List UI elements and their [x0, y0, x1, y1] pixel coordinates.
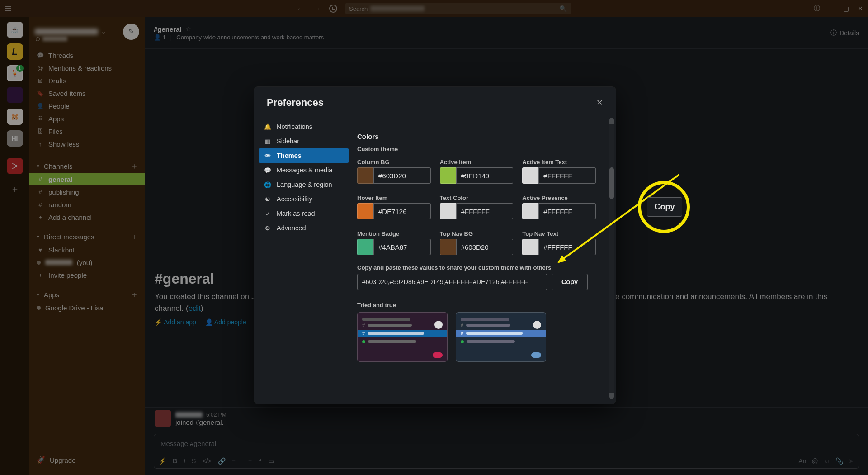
- section-apps[interactable]: ▼ Apps ＋: [29, 288, 145, 301]
- channel-title[interactable]: #general: [154, 25, 182, 33]
- sidebar-header[interactable]: ⌄ ✎: [29, 17, 145, 46]
- workspace-1[interactable]: ☕: [7, 22, 23, 38]
- prefs-nav-themes[interactable]: 👁Themes: [259, 148, 349, 163]
- prefs-nav-advanced[interactable]: ⚙Advanced: [259, 221, 349, 235]
- prefs-nav-markread[interactable]: ✓Mark as read: [259, 206, 349, 221]
- nav-mentions[interactable]: @Mentions & reactions: [29, 62, 145, 74]
- color-hex-input[interactable]: #FFFFFF: [538, 167, 596, 184]
- prefs-nav-messages[interactable]: 💬Messages & media: [259, 163, 349, 177]
- search-input[interactable]: Search 🔍: [345, 3, 571, 14]
- workspace-2[interactable]: L: [7, 43, 23, 60]
- theme-string-input[interactable]: #603D20,#592D86,#9ED149,#FFFFFF,#DE7126,…: [357, 274, 547, 290]
- color-swatch[interactable]: [357, 239, 373, 255]
- details-button[interactable]: ⓘDetails: [830, 29, 859, 37]
- composer-input[interactable]: Message #general: [154, 434, 859, 453]
- back-icon[interactable]: ←: [297, 5, 305, 13]
- member-count[interactable]: 👤 1: [154, 34, 166, 41]
- nav-files[interactable]: 🗄Files: [29, 125, 145, 138]
- add-app-link[interactable]: ⚡ Add an app: [155, 318, 196, 326]
- prefs-nav-accessibility[interactable]: ☯Accessibility: [259, 192, 349, 206]
- section-channels[interactable]: ▼ Channels ＋: [29, 159, 145, 173]
- color-swatch[interactable]: [357, 167, 373, 184]
- link-icon[interactable]: 🔗: [218, 457, 226, 465]
- color-swatch[interactable]: [440, 239, 456, 255]
- prefs-nav-notifications[interactable]: 🔔Notifications: [259, 119, 349, 134]
- color-swatch[interactable]: [357, 203, 373, 219]
- window-minimize[interactable]: —: [828, 5, 835, 12]
- color-hex-input[interactable]: #4ABA87: [373, 239, 431, 255]
- color-hex-input[interactable]: #9ED149: [456, 167, 514, 184]
- add-people-link[interactable]: 👤 Add people: [205, 318, 246, 326]
- color-hex-input[interactable]: #FFFFFF: [538, 203, 596, 219]
- avatar[interactable]: [155, 410, 171, 427]
- workspace-6[interactable]: HI: [7, 130, 23, 147]
- channel-topic[interactable]: Company-wide announcements and work-base…: [176, 34, 324, 41]
- prefs-nav-sidebar[interactable]: ▥Sidebar: [259, 134, 349, 148]
- color-swatch[interactable]: [440, 167, 456, 184]
- nav-drafts[interactable]: 🗎Drafts: [29, 74, 145, 87]
- color-swatch[interactable]: [440, 203, 456, 219]
- section-dms[interactable]: ▼ Direct messages ＋: [29, 230, 145, 243]
- attach-icon[interactable]: 📎: [835, 457, 843, 465]
- theme-preset-ochin[interactable]: # #: [456, 312, 546, 362]
- add-workspace-icon[interactable]: ＋: [10, 183, 19, 195]
- message-row[interactable]: 5:02 PM joined #general.: [145, 408, 868, 429]
- ol-icon[interactable]: ≡: [232, 457, 236, 465]
- scrollbar-thumb[interactable]: [609, 167, 614, 199]
- color-swatch[interactable]: [522, 203, 538, 219]
- workspace-7[interactable]: [7, 158, 23, 174]
- workspace-5[interactable]: 🐹: [7, 109, 23, 125]
- invite-people[interactable]: ＋Invite people: [29, 269, 145, 281]
- color-hex-input[interactable]: #603D20: [373, 167, 431, 184]
- copy-button[interactable]: Copy: [552, 274, 588, 290]
- ul-icon[interactable]: ⋮≡: [242, 457, 252, 465]
- shortcut-icon[interactable]: ⚡: [159, 457, 166, 465]
- add-channel[interactable]: ＋Add a channel: [29, 211, 145, 223]
- app-google-drive[interactable]: Google Drive - Lisa: [29, 301, 145, 314]
- forward-icon[interactable]: →: [313, 5, 321, 13]
- italic-icon[interactable]: I: [184, 457, 185, 465]
- nav-threads[interactable]: 💬Threads: [29, 49, 145, 62]
- theme-preset-aubergine[interactable]: # #: [357, 312, 448, 362]
- bold-icon[interactable]: B: [173, 457, 177, 465]
- compose-button[interactable]: ✎: [123, 24, 139, 40]
- scrollbar[interactable]: [609, 118, 614, 399]
- format-icon[interactable]: Aa: [798, 457, 806, 465]
- mention-icon[interactable]: @: [811, 457, 818, 465]
- add-app-icon[interactable]: ＋: [130, 289, 138, 300]
- channel-random[interactable]: #random: [29, 198, 145, 211]
- strike-icon[interactable]: S: [192, 457, 196, 465]
- nav-saved[interactable]: 🔖Saved items: [29, 87, 145, 100]
- upgrade-link[interactable]: 🚀Upgrade: [29, 450, 145, 475]
- code-icon[interactable]: </>: [202, 457, 211, 465]
- color-swatch[interactable]: [522, 167, 538, 184]
- quote-icon[interactable]: ❝: [258, 457, 262, 465]
- history-icon[interactable]: [329, 5, 337, 13]
- window-maximize[interactable]: ▢: [843, 5, 849, 12]
- menu-icon[interactable]: [5, 6, 11, 11]
- nav-apps[interactable]: ⠿Apps: [29, 112, 145, 125]
- emoji-icon[interactable]: ☺: [824, 457, 830, 465]
- edit-link[interactable]: edit: [189, 304, 201, 313]
- color-swatch[interactable]: [522, 239, 538, 255]
- message-composer[interactable]: Message #general ⚡ B I S </> 🔗 ≡ ⋮≡ ❝ ▭ …: [154, 434, 859, 469]
- star-icon[interactable]: ☆: [185, 25, 191, 33]
- channel-publishing[interactable]: #publishing: [29, 185, 145, 198]
- color-hex-input[interactable]: #603D20: [456, 239, 514, 255]
- codeblock-icon[interactable]: ▭: [268, 457, 274, 465]
- color-hex-input[interactable]: #FFFFFF: [456, 203, 514, 219]
- help-icon[interactable]: ⓘ: [814, 5, 820, 12]
- send-icon[interactable]: ➤: [849, 457, 854, 465]
- workspace-4[interactable]: [7, 87, 23, 103]
- dm-you[interactable]: (you): [29, 256, 145, 269]
- nav-show-less[interactable]: ↑Show less: [29, 138, 145, 150]
- add-channel-icon[interactable]: ＋: [130, 161, 138, 171]
- prefs-nav-language[interactable]: 🌐Language & region: [259, 177, 349, 192]
- add-dm-icon[interactable]: ＋: [130, 231, 138, 242]
- channel-general[interactable]: #general: [29, 173, 145, 185]
- color-hex-input[interactable]: #DE7126: [373, 203, 431, 219]
- nav-people[interactable]: 👤People: [29, 100, 145, 112]
- window-close[interactable]: ✕: [857, 5, 863, 12]
- workspace-3-active[interactable]: 🍹1: [7, 65, 23, 81]
- close-icon[interactable]: ✕: [596, 98, 603, 108]
